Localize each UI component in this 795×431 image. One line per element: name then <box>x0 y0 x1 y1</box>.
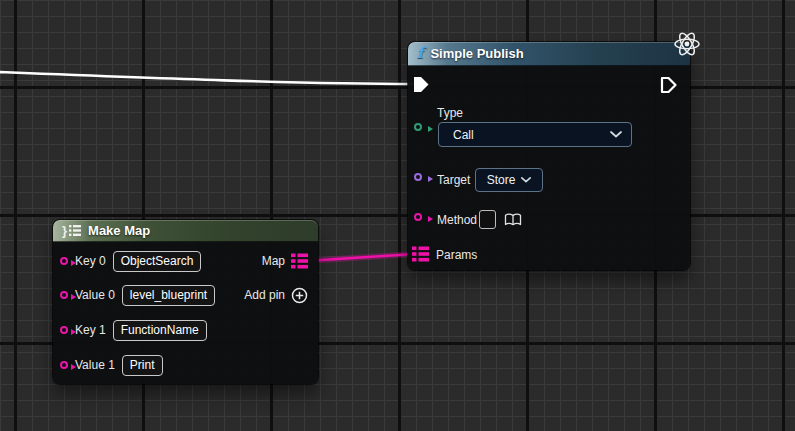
key-1-input[interactable]: FunctionName <box>113 320 207 341</box>
type-pin[interactable] <box>414 123 422 131</box>
atom-icon <box>671 30 703 58</box>
map-output-pin[interactable] <box>291 253 308 269</box>
function-icon: f <box>417 46 423 61</box>
method-label: Method <box>437 213 477 227</box>
node-simple-publish[interactable]: f Simple Publish Type Call Target Store <box>408 42 690 270</box>
exec-in-pin[interactable] <box>413 76 430 93</box>
row-value-1: Value 1 Print <box>60 354 310 376</box>
book-icon[interactable] <box>504 213 522 226</box>
map-container-icon: } <box>62 224 81 237</box>
node-header-simple-publish[interactable]: f Simple Publish <box>408 42 690 66</box>
target-dropdown[interactable]: Store <box>475 168 543 192</box>
exec-wire[interactable] <box>0 72 416 84</box>
value-1-label: Value 1 <box>75 358 115 372</box>
add-pin-label: Add pin <box>244 288 285 302</box>
type-value: Call <box>448 128 474 142</box>
map-params-wire[interactable] <box>306 254 414 261</box>
exec-out-pin[interactable] <box>660 76 678 94</box>
method-input[interactable] <box>479 210 496 229</box>
target-label: Target <box>437 173 470 187</box>
params-label: Params <box>436 248 477 262</box>
value-0-pin[interactable] <box>60 291 68 299</box>
target-value: Store <box>487 173 516 187</box>
blueprint-graph[interactable]: f Simple Publish Type Call Target Store <box>0 0 795 431</box>
key-1-pin[interactable] <box>60 326 68 334</box>
type-dropdown[interactable]: Call <box>438 122 632 147</box>
value-1-pin[interactable] <box>60 361 68 369</box>
value-0-label: Value 0 <box>75 288 115 302</box>
node-title: Make Map <box>88 223 150 238</box>
chevron-down-icon <box>610 131 622 138</box>
row-value-0: Value 0 level_blueprint Add pin <box>60 284 310 306</box>
params-map-pin[interactable] <box>412 246 429 262</box>
row-key-0: Key 0 ObjectSearch Map <box>60 250 310 272</box>
key-0-pin[interactable] <box>60 257 68 265</box>
type-label: Type <box>437 106 463 120</box>
row-key-1: Key 1 FunctionName <box>60 319 310 341</box>
add-pin-button[interactable]: Add pin <box>244 284 308 306</box>
chevron-down-icon <box>521 177 531 183</box>
method-pin[interactable] <box>414 213 422 221</box>
map-params-wire-glow <box>306 254 414 261</box>
node-make-map[interactable]: } Make Map Key 0 ObjectSearch Map <box>53 220 318 384</box>
value-0-input[interactable]: level_blueprint <box>122 285 215 306</box>
node-title: Simple Publish <box>430 46 523 61</box>
key-1-label: Key 1 <box>75 323 106 337</box>
value-1-input[interactable]: Print <box>122 355 163 376</box>
key-0-label: Key 0 <box>75 254 106 268</box>
key-0-input[interactable]: ObjectSearch <box>113 251 202 272</box>
circle-plus-icon[interactable] <box>291 287 308 304</box>
node-header-make-map[interactable]: } Make Map <box>53 220 318 242</box>
target-pin[interactable] <box>414 173 422 181</box>
map-output-label: Map <box>262 254 285 268</box>
